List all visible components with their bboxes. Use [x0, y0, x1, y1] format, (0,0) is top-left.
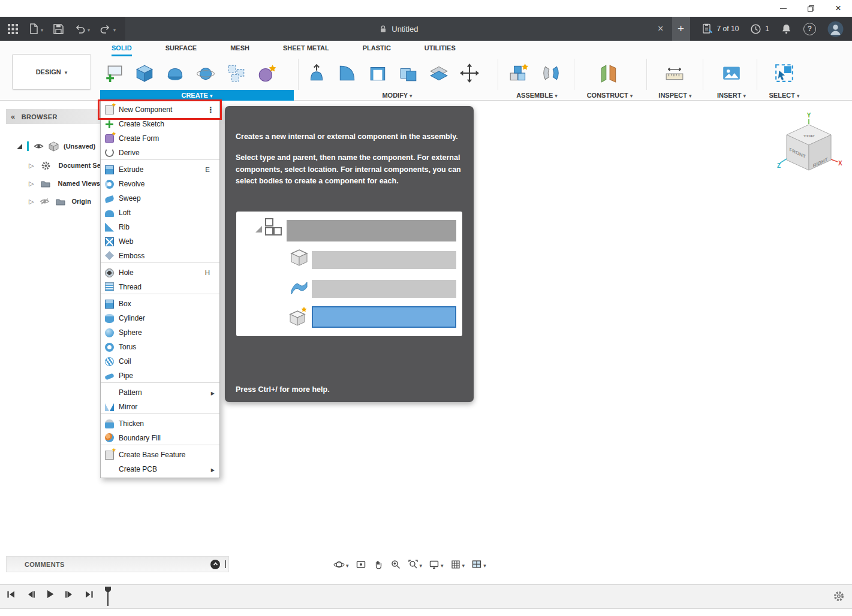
- orbit-button[interactable]: [333, 559, 349, 570]
- go-to-end-button[interactable]: [84, 590, 94, 599]
- menu-item[interactable]: Rib: [101, 220, 219, 234]
- job-status[interactable]: 7 of 10: [702, 23, 739, 35]
- step-back-button[interactable]: [26, 590, 36, 599]
- assemble-group-label[interactable]: ASSEMBLE: [502, 90, 571, 101]
- menu-item[interactable]: Mirror: [101, 400, 219, 414]
- menu-item[interactable]: Boundary Fill: [101, 431, 219, 445]
- construct-group-label[interactable]: CONSTRUCT: [574, 90, 645, 101]
- menu-item[interactable]: Extrude E: [101, 162, 219, 177]
- tab-sheet-metal[interactable]: SHEET METAL: [283, 41, 329, 56]
- viewports-button[interactable]: [471, 559, 486, 570]
- insert-group-label[interactable]: INSERT: [708, 90, 755, 101]
- select-group-label[interactable]: SELECT: [760, 90, 808, 101]
- visibility-off-eye-icon[interactable]: [40, 198, 50, 205]
- browser-item-named-views[interactable]: Named Views: [29, 177, 100, 189]
- menu-item[interactable]: Loft: [101, 206, 219, 220]
- display-settings-button[interactable]: [429, 559, 444, 570]
- browser-item-origin[interactable]: Origin: [29, 195, 91, 207]
- press-pull-button[interactable]: [305, 59, 329, 87]
- tab-surface[interactable]: SURFACE: [165, 41, 197, 56]
- menu-item[interactable]: Cylinder: [101, 311, 219, 325]
- tab-mesh[interactable]: MESH: [230, 41, 249, 56]
- measure-button[interactable]: [663, 59, 687, 87]
- fillet-button[interactable]: [335, 59, 359, 87]
- menu-item[interactable]: Coil: [101, 354, 219, 369]
- menu-item[interactable]: Torus: [101, 340, 219, 354]
- shell-button[interactable]: [366, 59, 390, 87]
- modify-group-label[interactable]: MODIFY: [303, 90, 492, 101]
- menu-item[interactable]: Hole H: [101, 265, 219, 280]
- menu-item[interactable]: Emboss: [101, 249, 219, 263]
- collapse-panel-icon[interactable]: [11, 112, 16, 121]
- notification-center[interactable]: 1: [750, 23, 769, 35]
- menu-item[interactable]: Derive: [101, 146, 219, 160]
- revolve-button[interactable]: [194, 59, 218, 87]
- panel-resize-handle[interactable]: [225, 560, 226, 568]
- menu-item[interactable]: Create Form: [101, 131, 219, 146]
- alerts-button[interactable]: [781, 23, 792, 35]
- grid-settings-button[interactable]: [450, 559, 465, 570]
- zoom-button[interactable]: [390, 559, 401, 570]
- pan-button[interactable]: [373, 559, 384, 570]
- new-tab-button[interactable]: +: [672, 17, 690, 41]
- construct-plane-button[interactable]: [597, 59, 621, 87]
- new-file-button[interactable]: [28, 23, 43, 35]
- close-tab-button[interactable]: [655, 23, 666, 34]
- redo-button[interactable]: [100, 23, 116, 35]
- box-primitive-button[interactable]: [133, 59, 156, 87]
- document-tab[interactable]: Untitled: [125, 17, 672, 41]
- help-button[interactable]: [803, 23, 816, 35]
- browser-item-document-root[interactable]: (Unsaved): [17, 140, 95, 152]
- menu-item[interactable]: Sphere: [101, 325, 219, 340]
- go-to-start-button[interactable]: [6, 590, 16, 599]
- combine-button[interactable]: [396, 59, 420, 87]
- look-at-button[interactable]: [356, 559, 366, 570]
- menu-item[interactable]: Thread: [101, 280, 219, 294]
- expand-arrow-icon[interactable]: [29, 162, 34, 170]
- fit-button[interactable]: [408, 559, 423, 570]
- menu-item[interactable]: Revolve: [101, 177, 219, 191]
- menu-item[interactable]: Thicken: [101, 416, 219, 431]
- maximize-button[interactable]: [797, 0, 824, 17]
- save-button[interactable]: [53, 23, 64, 35]
- menu-item[interactable]: Sweep: [101, 191, 219, 206]
- expand-arrow-icon[interactable]: [29, 180, 34, 188]
- timeline-settings-button[interactable]: [833, 590, 845, 605]
- menu-item[interactable]: Create PCB: [101, 462, 219, 476]
- comments-panel[interactable]: COMMENTS: [6, 556, 229, 572]
- menu-item[interactable]: New Component: [101, 102, 219, 117]
- menu-item[interactable]: Web: [101, 234, 219, 249]
- menu-item[interactable]: Create Sketch: [101, 117, 219, 131]
- expand-comments-icon[interactable]: [210, 560, 220, 569]
- minimize-button[interactable]: [769, 0, 797, 17]
- menu-item[interactable]: Pattern: [101, 385, 219, 400]
- kebab-menu-icon[interactable]: [207, 105, 215, 114]
- workspace-switcher[interactable]: DESIGN: [12, 54, 91, 90]
- tab-utilities[interactable]: UTILITIES: [425, 41, 456, 56]
- insert-image-button[interactable]: [719, 59, 743, 87]
- timeline-marker-handle[interactable]: [105, 587, 111, 593]
- move-button[interactable]: [457, 59, 481, 87]
- undo-button[interactable]: [74, 23, 90, 35]
- app-grid-button[interactable]: [7, 23, 19, 35]
- inspect-group-label[interactable]: INSPECT: [649, 90, 701, 101]
- create-sketch-button[interactable]: [102, 59, 126, 87]
- step-forward-button[interactable]: [64, 590, 74, 599]
- viewcube[interactable]: Y TOP FRONT RIGHT Z X: [775, 111, 844, 181]
- viewport-canvas[interactable]: BROWSER (Unsaved) Document Settings Name…: [0, 101, 852, 584]
- visibility-eye-icon[interactable]: [34, 143, 44, 150]
- expand-arrow-icon[interactable]: [17, 144, 22, 149]
- menu-item[interactable]: Pipe: [101, 369, 219, 383]
- menu-item[interactable]: Create Base Feature: [101, 448, 219, 462]
- account-avatar-button[interactable]: [827, 21, 844, 37]
- tab-plastic[interactable]: PLASTIC: [363, 41, 391, 56]
- sweep-button[interactable]: [163, 59, 187, 87]
- pattern-button[interactable]: [224, 59, 248, 87]
- new-component-button[interactable]: [507, 59, 531, 87]
- joint-button[interactable]: [539, 59, 563, 87]
- close-button[interactable]: [824, 0, 852, 17]
- expand-arrow-icon[interactable]: [29, 198, 34, 206]
- play-button[interactable]: [46, 589, 55, 599]
- create-form-button[interactable]: [255, 59, 279, 87]
- select-button[interactable]: [772, 59, 796, 87]
